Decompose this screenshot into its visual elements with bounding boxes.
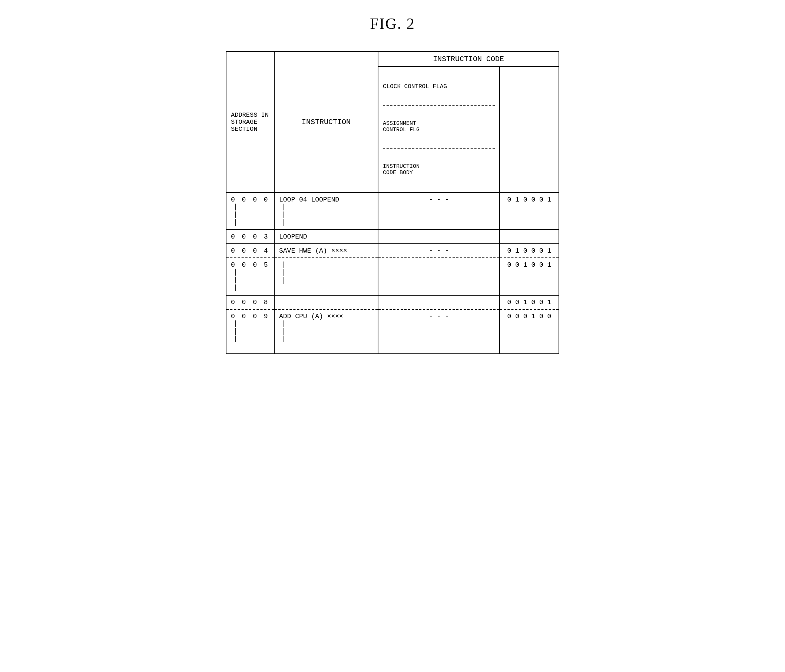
address-cell: 0 0 0 4: [226, 244, 274, 258]
header-instruction-code: INSTRUCTION CODE: [378, 51, 559, 67]
instruction-cell: SAVE HWE (A) ××××: [274, 244, 378, 258]
ic-right-cell: 0 1 0 0 0 1: [500, 244, 559, 258]
table-row: 0 0 0 9 │ │ │ ADD CPU (A) ×××× │ │ │ - -…: [226, 309, 559, 354]
address-cell: 0 0 0 8: [226, 295, 274, 309]
table-row: 0 0 0 0 │ │ │ LOOP 04 LOOPEND │ │ │ - - …: [226, 193, 559, 230]
ic-dash-cell: - - -: [378, 193, 500, 230]
header-row: ADDRESS IN STORAGE SECTION INSTRUCTION I…: [226, 51, 559, 67]
ic-right-cell: 0 0 0 1 0 0: [500, 309, 559, 354]
table-row: 0 0 0 4 SAVE HWE (A) ×××× - - - 0 1 0 0 …: [226, 244, 559, 258]
address-cell: 0 0 0 9 │ │ │: [226, 309, 274, 354]
instruction-cell: ADD CPU (A) ×××× │ │ │: [274, 309, 378, 354]
ic-right-cell: 0 0 1 0 0 1: [500, 258, 559, 295]
header-instruction: INSTRUCTION: [274, 51, 378, 193]
header-address: ADDRESS IN STORAGE SECTION: [226, 51, 274, 193]
ic-dash-cell: - - -: [378, 244, 500, 258]
table-body: 0 0 0 0 │ │ │ LOOP 04 LOOPEND │ │ │ - - …: [226, 193, 559, 354]
instruction-cell: LOOP 04 LOOPEND │ │ │: [274, 193, 378, 230]
ic-right-cell: [500, 230, 559, 244]
ic-right-cell: 0 1 0 0 0 1: [500, 193, 559, 230]
ic-right-cell: 0 0 1 0 0 1: [500, 295, 559, 309]
header-clock: CLOCK CONTROL FLAG ASSIGNMENT CONTROL FL…: [378, 67, 500, 193]
instruction-cell: LOOPEND: [274, 230, 378, 244]
table-row: 0 0 0 8 0 0 1 0 0 1: [226, 295, 559, 309]
address-cell: 0 0 0 5 │ │ │: [226, 258, 274, 295]
address-cell: 0 0 0 0 │ │ │: [226, 193, 274, 230]
ic-dash-cell: - - -: [378, 309, 500, 354]
address-cell: 0 0 0 3: [226, 230, 274, 244]
table-row: 0 0 0 3 LOOPEND: [226, 230, 559, 244]
figure-title: FIG. 2: [370, 15, 415, 33]
instruction-table: ADDRESS IN STORAGE SECTION INSTRUCTION I…: [226, 51, 559, 354]
ic-dash-cell: [378, 258, 500, 295]
ic-dash-cell: [378, 295, 500, 309]
instruction-cell: [274, 295, 378, 309]
instruction-cell: │ │ │: [274, 258, 378, 295]
table-row: 0 0 0 5 │ │ │ │ │ │ 0 0 1 0 0 1: [226, 258, 559, 295]
main-diagram: ADDRESS IN STORAGE SECTION INSTRUCTION I…: [226, 51, 559, 354]
ic-dash-cell: [378, 230, 500, 244]
header-code-right: [500, 67, 559, 193]
